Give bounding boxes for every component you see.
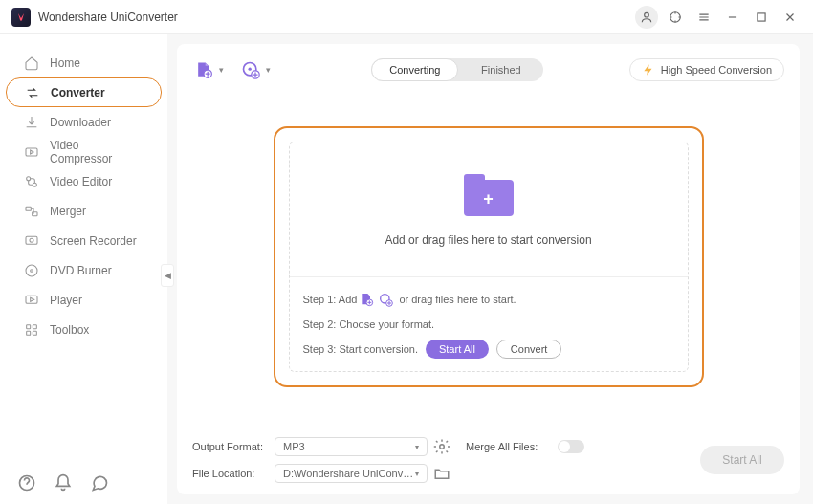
output-format-label: Output Format: [192,441,269,452]
chevron-down-icon: ▾ [415,470,419,478]
support-icon[interactable] [664,6,687,29]
tab-finished[interactable]: Finished [458,58,543,81]
sidebar-item-label: DVD Burner [50,264,112,277]
recorder-icon [23,232,40,250]
sidebar-item-toolbox[interactable]: Toolbox [6,315,162,344]
svg-point-25 [440,445,445,449]
svg-rect-15 [27,331,31,335]
high-speed-toggle[interactable]: High Speed Conversion [629,58,784,81]
dropzone-text: Add or drag files here to start conversi… [385,233,591,247]
add-disc-dropdown[interactable]: ▾ [266,65,271,75]
dvd-icon [23,262,40,279]
svg-point-5 [33,183,36,186]
svg-rect-8 [26,236,37,244]
open-folder-icon[interactable] [433,465,450,482]
status-tabs: Converting Finished [371,58,543,81]
sidebar-item-label: Toolbox [50,323,89,337]
sidebar-item-player[interactable]: Player [6,285,162,315]
file-location-label: File Location: [192,468,269,479]
sidebar-item-merger[interactable]: Merger [6,196,162,226]
svg-point-0 [645,12,649,17]
dropzone[interactable]: + Add or drag files here to start conver… [289,142,689,372]
add-disc-button[interactable] [239,58,262,81]
start-all-example-button[interactable]: Start All [426,340,489,359]
sidebar-collapse-button[interactable]: ◀ [161,264,174,287]
svg-rect-3 [26,148,37,156]
merge-toggle[interactable] [558,440,584,453]
svg-rect-6 [26,207,31,210]
sidebar-item-label: Converter [51,86,105,99]
folder-add-icon: + [460,172,517,220]
output-format-value: MP3 [283,441,305,452]
svg-point-9 [30,238,33,242]
account-icon[interactable] [635,6,658,29]
toolbox-icon [23,321,40,339]
sidebar-item-downloader[interactable]: Downloader [6,107,162,137]
editor-icon [23,173,40,190]
sidebar-item-editor[interactable]: Video Editor [6,166,162,196]
high-speed-label: High Speed Conversion [661,64,772,76]
compressor-icon [23,143,40,161]
sidebar-item-dvd[interactable]: DVD Burner [6,255,162,285]
help-icon[interactable] [17,473,36,493]
add-file-dropdown[interactable]: ▾ [219,65,224,75]
sidebar-item-converter[interactable]: Converter [6,77,162,107]
svg-point-20 [249,68,252,71]
svg-rect-2 [758,12,765,20]
step2-text: Step 2: Choose your format. [303,318,435,330]
svg-rect-12 [26,296,37,303]
svg-rect-13 [27,324,31,328]
sidebar: Home Converter Downloader Video Compress… [0,34,167,504]
file-location-value: D:\Wondershare UniConverter [283,468,415,479]
sidebar-item-label: Home [50,56,80,70]
maximize-button[interactable] [750,6,773,29]
menu-icon[interactable] [692,6,715,29]
close-button[interactable] [779,6,802,29]
start-all-button[interactable]: Start All [700,446,784,474]
converter-icon [24,84,41,101]
svg-point-4 [27,176,31,180]
sidebar-item-label: Video Compressor [50,139,144,165]
main-panel: ▾ ▾ Converting Finished High Speed Conve… [177,44,800,494]
format-settings-icon[interactable] [433,438,450,455]
titlebar: Wondershare UniConverter [0,0,813,34]
sidebar-item-home[interactable]: Home [6,48,162,77]
convert-example-button[interactable]: Convert [496,340,562,359]
step1-prefix: Step 1: Add [303,294,358,305]
app-title: Wondershare UniConverter [38,11,178,24]
minimize-button[interactable] [721,6,744,29]
sidebar-item-label: Screen Recorder [50,234,137,248]
sidebar-item-label: Player [50,294,82,307]
add-file-mini-icon [359,292,374,307]
sidebar-item-label: Video Editor [50,175,112,188]
tab-converting[interactable]: Converting [371,58,458,81]
merge-label: Merge All Files: [466,441,552,452]
app-logo [11,8,31,27]
file-location-select[interactable]: D:\Wondershare UniConverter ▾ [275,464,428,483]
svg-point-11 [31,269,33,272]
merger-icon [23,203,40,220]
player-icon [23,292,40,309]
sidebar-item-compressor[interactable]: Video Compressor [6,137,162,166]
step1-suffix: or drag files here to start. [399,294,516,305]
sidebar-item-recorder[interactable]: Screen Recorder [6,226,162,255]
svg-point-10 [26,265,37,276]
step3-prefix: Step 3: Start conversion. [303,343,418,355]
dropzone-highlight: + Add or drag files here to start conver… [274,126,704,387]
notification-icon[interactable] [54,473,73,493]
sidebar-item-label: Merger [50,205,86,218]
feedback-icon[interactable] [90,473,109,493]
add-file-button[interactable] [192,58,215,81]
svg-rect-16 [33,331,36,335]
sidebar-item-label: Downloader [50,116,111,129]
chevron-down-icon: ▾ [415,443,419,451]
svg-rect-14 [33,324,36,328]
add-disc-mini-icon [378,292,393,307]
download-icon [23,114,40,131]
output-format-select[interactable]: MP3 ▾ [275,437,428,456]
home-icon [23,55,40,72]
